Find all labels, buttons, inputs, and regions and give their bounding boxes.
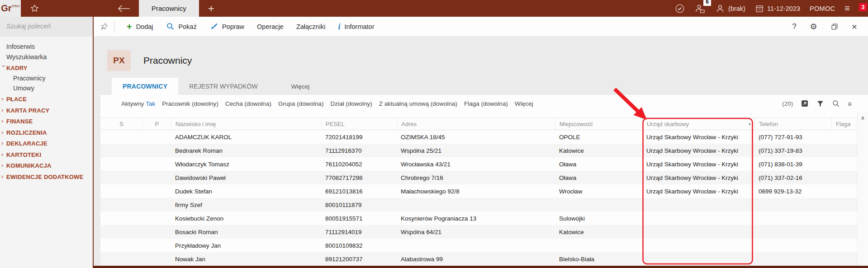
- tab-pracownicy[interactable]: PRACOWNICY: [112, 78, 178, 95]
- add-button[interactable]: + Dodaj: [120, 17, 160, 36]
- add-label: Dodaj: [136, 23, 153, 30]
- table-row[interactable]: Nowak Jan89121200737Alabastrowa 99Bielsk…: [100, 252, 858, 266]
- sidebar-item-rozliczenia[interactable]: ›ROZLICZENIA: [0, 127, 93, 138]
- filter-cecha-dowolna[interactable]: Cecha (dowolna): [225, 100, 271, 107]
- cell-miejscowosc: Bielsko-Biała: [555, 252, 642, 266]
- filter-funnel-icon[interactable]: [816, 100, 824, 108]
- column-header-flaga[interactable]: Flaga: [831, 118, 858, 130]
- sidebar-item-płace[interactable]: ›PŁACE: [0, 94, 93, 105]
- sidebar-item-kadry[interactable]: ›KADRY: [0, 63, 93, 73]
- table-row[interactable]: Dudek Stefan69121013816Małachowskiego 92…: [100, 184, 858, 198]
- search-icon[interactable]: [832, 99, 840, 108]
- tab-więcej[interactable]: Więcej: [280, 78, 321, 95]
- filter-pracownik-dowolny[interactable]: Pracownik (dowolny): [162, 100, 218, 107]
- sidebar-item-finanse[interactable]: ›FINANSE: [0, 117, 93, 127]
- cell-p: [142, 184, 171, 198]
- sidebar-item-karta-pracy[interactable]: ›KARTA PRACY: [0, 105, 93, 116]
- close-icon[interactable]: ×: [852, 21, 857, 32]
- table-row[interactable]: Włodarczyk Tomasz76110204052Wrocławska 4…: [100, 157, 858, 171]
- table-row[interactable]: Kosiebucki Zenon80051915571Kosynierów Po…: [100, 212, 858, 225]
- new-tab-button[interactable]: +: [208, 3, 214, 14]
- cell-flaga: [831, 157, 858, 171]
- cell-adres: Kosynierów Pograniacza 13: [397, 212, 555, 225]
- table-row[interactable]: Bosacki Roman71112914019Wspólna 64/21Kat…: [100, 225, 858, 239]
- date-picker[interactable]: 11-12-2023: [755, 4, 800, 13]
- help-menu[interactable]: POMOC: [810, 5, 835, 12]
- column-dropdown-icon[interactable]: ▾: [749, 122, 751, 127]
- cell-nazwisko: Dudek Stefan: [171, 184, 321, 198]
- column-header-urząd-skarbowy[interactable]: Urząd skarbowy▾: [642, 118, 754, 130]
- show-button[interactable]: Pokaż: [160, 17, 203, 36]
- favorites-star-icon[interactable]: [30, 4, 39, 13]
- column-header-p[interactable]: P: [142, 118, 171, 130]
- column-header-telefon[interactable]: Telefon: [754, 118, 831, 130]
- informator-button[interactable]: i Informator: [332, 17, 380, 36]
- topbar-module-tab[interactable]: Pracownicy: [139, 0, 199, 17]
- filter-więcej[interactable]: Więcej: [515, 100, 533, 107]
- tab-rejestr-wypadków[interactable]: REJESTR WYPADKÓW: [178, 78, 268, 95]
- command-search-input[interactable]: Szukaj poleceń: [0, 17, 93, 36]
- table-row[interactable]: firmy Szef80010111879: [100, 198, 858, 212]
- chevron-icon: ›: [1, 107, 6, 113]
- column-header-pesel[interactable]: PESEL: [321, 118, 397, 130]
- attachments-button[interactable]: Załączniki: [290, 17, 332, 36]
- column-header-miejscowość[interactable]: Miejscowość: [555, 118, 642, 130]
- filter-grupa-dowolna[interactable]: Grupa (dowolna): [278, 100, 324, 107]
- edit-button[interactable]: Popraw: [203, 17, 251, 36]
- column-header-adres[interactable]: Adres: [397, 118, 555, 130]
- hamburger-menu-icon[interactable]: ≡ 3: [844, 3, 856, 14]
- cell-miejscowosc: Wrocław: [555, 184, 642, 198]
- back-arrow-icon[interactable]: [117, 4, 131, 13]
- operations-button[interactable]: Operacje: [251, 17, 290, 36]
- module-badge: PX: [107, 50, 131, 71]
- filter-aktywny[interactable]: AktywnyTak: [121, 100, 155, 107]
- filter-dział-dowolny[interactable]: Dział (dowolny): [330, 100, 372, 107]
- table-row[interactable]: ADAMCZUK KAROL72021418199OZIMSKA 18/45OP…: [100, 130, 858, 144]
- filter-label: Flaga (dowolna): [464, 100, 508, 107]
- users-icon[interactable]: 6: [694, 3, 706, 14]
- filter-flaga-dowolna[interactable]: Flaga (dowolna): [464, 100, 508, 107]
- cell-miejscowosc: [555, 198, 642, 212]
- vertical-scrollbar[interactable]: ∧: [857, 112, 868, 266]
- cell-urzad-skarbowy: [642, 239, 754, 252]
- export-icon[interactable]: [801, 99, 809, 108]
- cell-telefon: [754, 225, 831, 239]
- cell-flaga: [831, 184, 858, 198]
- sidebar-item-ewidencje-dodatkowe[interactable]: ›EWIDENCJE DODATKOWE: [0, 172, 93, 182]
- app-logo[interactable]: GrPRO: [0, 0, 21, 17]
- pin-icon[interactable]: [100, 23, 108, 31]
- list-menu-icon[interactable]: ≡: [848, 100, 852, 108]
- table-row[interactable]: Dawidowski Paweł77082717298Chrobrego 7/1…: [100, 171, 858, 184]
- sidebar-item-infoserwis[interactable]: Infoserwis: [0, 42, 93, 52]
- sidebar-item-pracownicy[interactable]: Pracownicy: [0, 73, 93, 84]
- cell-pesel: 71112916370: [321, 144, 397, 157]
- column-header-s[interactable]: S: [100, 118, 142, 130]
- cell-nazwisko: Bosacki Roman: [171, 225, 321, 239]
- filter-label: Dział (dowolny): [330, 100, 372, 107]
- table-row[interactable]: Bednarek Roman71112916370Wspólna 25/21Ka…: [100, 144, 858, 157]
- filter-items: AktywnyTakPracownik (dowolny)Cecha (dowo…: [121, 100, 533, 107]
- sidebar-item-umowy[interactable]: Umowy: [0, 83, 93, 94]
- filter-z-aktualną-umową-dowolna[interactable]: Z aktualną umową (dowolna): [379, 100, 457, 107]
- help-icon[interactable]: ?: [792, 22, 796, 31]
- gear-icon[interactable]: ⚙: [810, 22, 817, 31]
- operator-indicator[interactable]: (brak): [715, 4, 745, 14]
- restore-window-icon[interactable]: [831, 23, 838, 30]
- chevron-icon: ›: [1, 173, 6, 180]
- table-row[interactable]: Przykładowy Jan80010109832: [100, 239, 858, 252]
- sidebar-item-wyszukiwarka[interactable]: Wyszukiwarka: [0, 52, 93, 62]
- sidebar-item-deklaracje[interactable]: ›DEKLARACJE: [0, 139, 93, 149]
- sidebar-item-komunikacja[interactable]: ›KOMUNIKACJA: [0, 161, 93, 171]
- filter-label: Grupa (dowolna): [278, 100, 324, 107]
- cell-telefon: [754, 239, 831, 252]
- status-check-icon[interactable]: [675, 4, 685, 14]
- cell-adres: Wspólna 25/21: [397, 144, 555, 157]
- column-header-nazwisko-i-imię[interactable]: Nazwisko i imię: [171, 118, 321, 130]
- table-body: ADAMCZUK KAROL72021418199OZIMSKA 18/45OP…: [100, 130, 858, 266]
- toolbar-divider: [114, 21, 114, 33]
- sidebar-item-kartoteki[interactable]: ›KARTOTEKI: [0, 150, 93, 160]
- scroll-up-icon[interactable]: ∧: [861, 115, 865, 266]
- sidebar-item-label: KARTA PRACY: [6, 107, 49, 114]
- informator-label: Informator: [344, 23, 374, 30]
- cell-adres: Alabastrowa 99: [397, 252, 555, 266]
